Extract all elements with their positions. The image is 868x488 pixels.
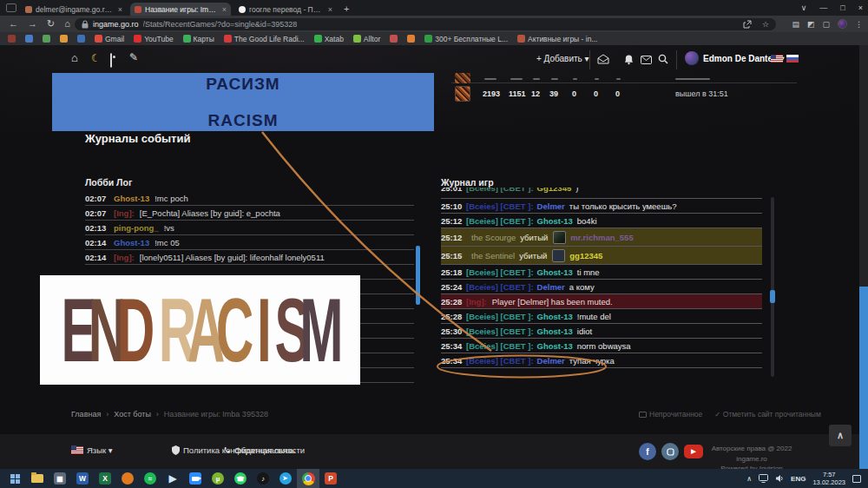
taskbar-icon-app-orange[interactable] <box>116 469 139 488</box>
player-name[interactable]: Delmer <box>537 356 565 366</box>
taskbar-icon-word[interactable]: W <box>71 469 94 488</box>
player-name[interactable]: Ghost-13 <box>114 194 149 203</box>
tab-close-icon[interactable]: × <box>222 5 227 14</box>
taskbar-icon-excel[interactable]: X <box>94 469 116 488</box>
search-icon[interactable] <box>658 54 668 64</box>
feedback-link[interactable]: Обратная связь <box>222 445 295 455</box>
tab-close-icon[interactable]: × <box>328 5 332 14</box>
maximize-button[interactable]: □ <box>840 3 845 12</box>
bell-icon[interactable] <box>624 54 634 65</box>
taskbar-icon-telegram[interactable]: ➤ <box>274 469 297 488</box>
bookmark-item[interactable] <box>43 35 50 43</box>
taskbar-icon-spotify[interactable]: ≈ <box>139 469 161 488</box>
player-name[interactable]: Gg12345 <box>537 188 572 193</box>
bookmark-star-icon[interactable]: ☆ <box>762 20 769 29</box>
page-scrollbar-thumb[interactable] <box>859 287 868 469</box>
close-button[interactable]: × <box>858 3 863 12</box>
player-name[interactable]: [Ing]: <box>114 208 135 218</box>
bookmark-item[interactable]: Xatab <box>314 35 344 43</box>
game-log-scrollbar-track[interactable] <box>771 197 774 377</box>
vk-icon[interactable] <box>661 443 679 460</box>
bookmark-item[interactable] <box>390 35 398 43</box>
player-name[interactable]: ping-pong_ <box>114 223 159 233</box>
tab-close-icon[interactable]: × <box>118 5 122 14</box>
taskbar-icon-zoom[interactable] <box>184 469 207 488</box>
player-name[interactable]: mr.richman_555 <box>570 233 633 242</box>
messages-icon[interactable] <box>641 56 652 64</box>
mark-read-link[interactable]: ✓ Отметить сайт прочитанным <box>714 410 821 419</box>
facebook-icon[interactable]: f <box>639 443 656 460</box>
browser-menu-icon[interactable]: ⋮ <box>855 20 863 29</box>
taskbar-icon-calculator[interactable]: ▦ <box>49 469 71 488</box>
site-home-icon[interactable]: ⌂ <box>71 52 78 63</box>
display-icon[interactable] <box>759 474 768 483</box>
player-name[interactable]: Delmer <box>537 201 565 211</box>
bookmark-item[interactable] <box>407 35 415 43</box>
player-name[interactable]: [Ing]: <box>114 253 135 262</box>
player-name[interactable]: Ghost-13 <box>537 312 573 321</box>
bookmark-item[interactable]: YouTube <box>134 35 173 43</box>
browser-tab[interactable]: delmer@ingame.go.ro - ingame...× <box>21 3 127 16</box>
dark-mode-moon-icon[interactable]: ☾ <box>91 53 101 63</box>
breadcrumb-item[interactable]: Хост боты <box>114 410 151 419</box>
clock[interactable]: 7:5713.02.2023 <box>812 471 845 487</box>
browser-tab[interactable]: Название игры: Imba 395328 -× <box>130 3 231 16</box>
window-menu-icon[interactable]: ∨ <box>801 3 807 12</box>
new-tab-button[interactable]: + <box>344 3 349 14</box>
bookmark-item[interactable]: 300+ Бесплатные L... <box>424 35 508 43</box>
taskbar-icon-whatsapp[interactable]: ☎ <box>229 469 252 488</box>
breadcrumb-item[interactable]: Главная <box>71 410 101 419</box>
bookmark-item[interactable]: Alltor <box>353 35 380 43</box>
bookmark-item[interactable] <box>8 35 16 43</box>
taskbar-icon-utorrent[interactable]: µ <box>207 469 229 488</box>
tab-search-icon[interactable] <box>6 3 16 12</box>
bookmark-item[interactable]: Карты <box>183 35 214 43</box>
inbox-icon[interactable] <box>597 54 609 64</box>
unread-link[interactable]: Непрочитанное <box>639 410 702 419</box>
address-bar[interactable]: ingame.go.ro/Stats/RecentGames/?do=singl… <box>75 18 776 30</box>
player-name[interactable]: Delmer <box>537 282 565 292</box>
theme-brush-icon[interactable]: ✎ <box>129 52 138 63</box>
gallery-icon[interactable] <box>110 55 112 66</box>
language-selector[interactable]: Язык ▾ <box>71 445 113 455</box>
taskbar-icon-media-player[interactable]: ▶ <box>161 469 184 488</box>
browser-tab[interactable]: гоогле перевод - Поиск в Goog× <box>234 3 337 16</box>
language-flag-us-icon[interactable] <box>771 55 783 63</box>
player-name[interactable]: Ghost-13 <box>537 326 573 336</box>
speaker-icon[interactable] <box>775 474 784 483</box>
youtube-icon[interactable]: ▶ <box>684 445 703 458</box>
player-name[interactable]: Ghost-13 <box>537 267 573 277</box>
keyboard-language[interactable]: ENG <box>791 475 806 483</box>
notification-center-icon[interactable] <box>852 475 861 483</box>
taskbar-icon-tiktok[interactable]: ♪ <box>252 469 274 488</box>
home-button[interactable]: ⌂ <box>64 19 70 29</box>
language-flag-ru-icon[interactable] <box>786 55 799 63</box>
player-name[interactable]: gg12345 <box>569 251 602 260</box>
reload-button[interactable]: ↻ <box>47 19 55 29</box>
share-icon[interactable] <box>743 20 752 29</box>
player-name[interactable]: Ghost-13 <box>537 341 573 351</box>
add-button[interactable]: + Добавить ▾ <box>536 54 589 63</box>
lobby-scrollbar-thumb[interactable] <box>416 246 420 305</box>
scroll-to-top-button[interactable]: ∧ <box>829 425 852 446</box>
tray-chevron-icon[interactable]: ∧ <box>746 475 752 483</box>
bookmark-item[interactable] <box>60 35 68 43</box>
forward-button[interactable]: → <box>28 19 37 29</box>
user-avatar[interactable] <box>685 51 699 65</box>
game-log-scrollbar-thumb[interactable] <box>770 290 775 303</box>
minimize-button[interactable]: — <box>819 3 827 12</box>
taskbar-icon-chrome[interactable] <box>297 469 319 488</box>
bookmark-item[interactable] <box>77 35 85 43</box>
player-name[interactable]: Ghost-13 <box>537 216 573 226</box>
player-name[interactable]: Ghost-13 <box>114 238 149 247</box>
taskbar-icon-start[interactable] <box>3 469 26 488</box>
bookmark-item[interactable] <box>25 35 33 43</box>
bookmark-item[interactable]: Активные игры - in... <box>517 35 597 43</box>
bookmark-item[interactable]: The Good Life Radi... <box>224 35 305 43</box>
profile-avatar[interactable] <box>838 19 847 29</box>
extensions-puzzle-icon[interactable]: ◩ <box>807 20 815 29</box>
extension-icon[interactable]: ▢ <box>822 20 830 29</box>
taskbar-icon-file-explorer[interactable] <box>26 469 49 488</box>
back-button[interactable]: ← <box>9 19 18 29</box>
bookmark-item[interactable]: Gmail <box>95 35 124 43</box>
